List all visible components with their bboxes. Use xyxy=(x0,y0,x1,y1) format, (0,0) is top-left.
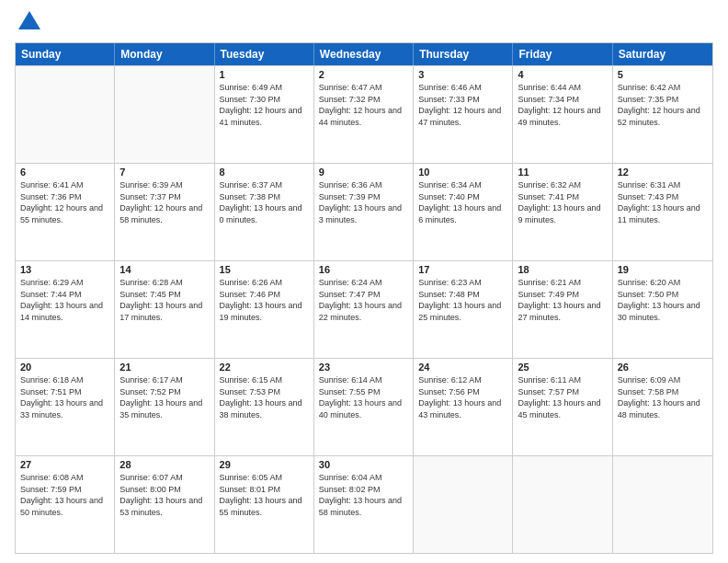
day-info: Sunrise: 6:49 AMSunset: 7:30 PMDaylight:… xyxy=(220,82,309,128)
day-cell-1: 1Sunrise: 6:49 AMSunset: 7:30 PMDaylight… xyxy=(215,66,314,163)
day-cell-12: 12Sunrise: 6:31 AMSunset: 7:43 PMDayligh… xyxy=(613,164,712,260)
day-cell-8: 8Sunrise: 6:37 AMSunset: 7:38 PMDaylight… xyxy=(215,164,314,260)
svg-marker-0 xyxy=(18,11,40,29)
header xyxy=(15,9,713,37)
day-cell-20: 20Sunrise: 6:18 AMSunset: 7:51 PMDayligh… xyxy=(16,359,115,455)
day-cell-19: 19Sunrise: 6:20 AMSunset: 7:50 PMDayligh… xyxy=(613,261,712,358)
header-cell-saturday: Saturday xyxy=(613,43,712,65)
day-number: 11 xyxy=(518,167,607,178)
day-number: 24 xyxy=(418,362,507,373)
day-info: Sunrise: 6:37 AMSunset: 7:38 PMDaylight:… xyxy=(220,179,309,225)
day-info: Sunrise: 6:04 AMSunset: 8:02 PMDaylight:… xyxy=(319,472,408,518)
day-info: Sunrise: 6:47 AMSunset: 7:32 PMDaylight:… xyxy=(319,82,408,128)
day-info: Sunrise: 6:12 AMSunset: 7:56 PMDaylight:… xyxy=(418,374,507,420)
day-cell-11: 11Sunrise: 6:32 AMSunset: 7:41 PMDayligh… xyxy=(513,164,612,260)
day-info: Sunrise: 6:39 AMSunset: 7:37 PMDaylight:… xyxy=(119,179,209,225)
day-number: 13 xyxy=(20,264,109,275)
day-info: Sunrise: 6:32 AMSunset: 7:41 PMDaylight:… xyxy=(518,179,607,225)
week-row-2: 6Sunrise: 6:41 AMSunset: 7:36 PMDaylight… xyxy=(16,163,712,260)
day-cell-18: 18Sunrise: 6:21 AMSunset: 7:49 PMDayligh… xyxy=(513,261,612,358)
day-info: Sunrise: 6:17 AMSunset: 7:52 PMDaylight:… xyxy=(119,374,209,420)
day-cell-9: 9Sunrise: 6:36 AMSunset: 7:39 PMDaylight… xyxy=(314,164,414,260)
day-info: Sunrise: 6:23 AMSunset: 7:48 PMDaylight:… xyxy=(418,277,507,323)
day-cell-10: 10Sunrise: 6:34 AMSunset: 7:40 PMDayligh… xyxy=(414,164,513,260)
page: SundayMondayTuesdayWednesdayThursdayFrid… xyxy=(0,0,728,563)
day-info: Sunrise: 6:14 AMSunset: 7:55 PMDaylight:… xyxy=(319,374,408,420)
week-row-4: 20Sunrise: 6:18 AMSunset: 7:51 PMDayligh… xyxy=(16,358,712,455)
day-info: Sunrise: 6:15 AMSunset: 7:53 PMDaylight:… xyxy=(220,374,309,420)
empty-cell xyxy=(513,456,612,553)
day-cell-4: 4Sunrise: 6:44 AMSunset: 7:34 PMDaylight… xyxy=(513,66,612,163)
day-number: 1 xyxy=(220,69,309,80)
day-cell-14: 14Sunrise: 6:28 AMSunset: 7:45 PMDayligh… xyxy=(115,261,214,358)
empty-cell xyxy=(115,66,214,163)
day-info: Sunrise: 6:08 AMSunset: 7:59 PMDaylight:… xyxy=(20,472,109,518)
day-number: 3 xyxy=(418,69,507,80)
day-number: 8 xyxy=(220,167,309,178)
day-info: Sunrise: 6:34 AMSunset: 7:40 PMDaylight:… xyxy=(418,179,507,225)
day-number: 2 xyxy=(319,69,408,80)
empty-cell xyxy=(16,66,115,163)
day-info: Sunrise: 6:20 AMSunset: 7:50 PMDaylight:… xyxy=(618,277,708,323)
day-cell-25: 25Sunrise: 6:11 AMSunset: 7:57 PMDayligh… xyxy=(513,359,612,455)
day-info: Sunrise: 6:29 AMSunset: 7:44 PMDaylight:… xyxy=(20,277,109,323)
day-number: 30 xyxy=(319,459,408,470)
day-cell-30: 30Sunrise: 6:04 AMSunset: 8:02 PMDayligh… xyxy=(314,456,414,553)
day-cell-27: 27Sunrise: 6:08 AMSunset: 7:59 PMDayligh… xyxy=(16,456,115,553)
day-number: 22 xyxy=(220,362,309,373)
header-cell-thursday: Thursday xyxy=(414,43,513,65)
header-cell-friday: Friday xyxy=(513,43,612,65)
day-number: 6 xyxy=(20,167,109,178)
header-cell-monday: Monday xyxy=(115,43,214,65)
day-number: 23 xyxy=(319,362,408,373)
day-number: 16 xyxy=(319,264,408,275)
day-info: Sunrise: 6:31 AMSunset: 7:43 PMDaylight:… xyxy=(618,179,708,225)
day-number: 15 xyxy=(220,264,309,275)
day-number: 17 xyxy=(418,264,507,275)
day-number: 19 xyxy=(618,264,708,275)
day-info: Sunrise: 6:09 AMSunset: 7:58 PMDaylight:… xyxy=(618,374,708,420)
day-info: Sunrise: 6:26 AMSunset: 7:46 PMDaylight:… xyxy=(220,277,309,323)
day-cell-3: 3Sunrise: 6:46 AMSunset: 7:33 PMDaylight… xyxy=(414,66,513,163)
day-info: Sunrise: 6:05 AMSunset: 8:01 PMDaylight:… xyxy=(220,472,309,518)
day-number: 21 xyxy=(119,362,209,373)
day-cell-17: 17Sunrise: 6:23 AMSunset: 7:48 PMDayligh… xyxy=(414,261,513,358)
day-cell-15: 15Sunrise: 6:26 AMSunset: 7:46 PMDayligh… xyxy=(215,261,314,358)
calendar: SundayMondayTuesdayWednesdayThursdayFrid… xyxy=(15,42,713,554)
day-cell-22: 22Sunrise: 6:15 AMSunset: 7:53 PMDayligh… xyxy=(215,359,314,455)
day-cell-2: 2Sunrise: 6:47 AMSunset: 7:32 PMDaylight… xyxy=(314,66,414,163)
day-cell-28: 28Sunrise: 6:07 AMSunset: 8:00 PMDayligh… xyxy=(115,456,214,553)
day-info: Sunrise: 6:24 AMSunset: 7:47 PMDaylight:… xyxy=(319,277,408,323)
day-number: 27 xyxy=(20,459,109,470)
day-number: 4 xyxy=(518,69,607,80)
calendar-body: 1Sunrise: 6:49 AMSunset: 7:30 PMDaylight… xyxy=(16,65,712,553)
empty-cell xyxy=(613,456,712,553)
day-number: 14 xyxy=(119,264,209,275)
day-info: Sunrise: 6:44 AMSunset: 7:34 PMDaylight:… xyxy=(518,82,607,128)
day-number: 5 xyxy=(618,69,708,80)
day-number: 28 xyxy=(119,459,209,470)
header-cell-wednesday: Wednesday xyxy=(314,43,414,65)
day-cell-7: 7Sunrise: 6:39 AMSunset: 7:37 PMDaylight… xyxy=(115,164,214,260)
day-info: Sunrise: 6:46 AMSunset: 7:33 PMDaylight:… xyxy=(418,82,507,128)
day-number: 9 xyxy=(319,167,408,178)
day-cell-26: 26Sunrise: 6:09 AMSunset: 7:58 PMDayligh… xyxy=(613,359,712,455)
day-number: 10 xyxy=(418,167,507,178)
week-row-5: 27Sunrise: 6:08 AMSunset: 7:59 PMDayligh… xyxy=(16,455,712,553)
header-cell-sunday: Sunday xyxy=(16,43,115,65)
day-cell-16: 16Sunrise: 6:24 AMSunset: 7:47 PMDayligh… xyxy=(314,261,414,358)
logo-triangle-icon xyxy=(17,9,42,35)
day-number: 20 xyxy=(20,362,109,373)
day-number: 26 xyxy=(618,362,708,373)
day-number: 18 xyxy=(518,264,607,275)
day-info: Sunrise: 6:28 AMSunset: 7:45 PMDaylight:… xyxy=(119,277,209,323)
day-info: Sunrise: 6:41 AMSunset: 7:36 PMDaylight:… xyxy=(20,179,109,225)
day-info: Sunrise: 6:21 AMSunset: 7:49 PMDaylight:… xyxy=(518,277,607,323)
day-cell-21: 21Sunrise: 6:17 AMSunset: 7:52 PMDayligh… xyxy=(115,359,214,455)
day-number: 7 xyxy=(119,167,209,178)
day-cell-13: 13Sunrise: 6:29 AMSunset: 7:44 PMDayligh… xyxy=(16,261,115,358)
logo xyxy=(15,9,42,37)
day-info: Sunrise: 6:07 AMSunset: 8:00 PMDaylight:… xyxy=(119,472,209,518)
day-number: 25 xyxy=(518,362,607,373)
header-cell-tuesday: Tuesday xyxy=(215,43,314,65)
